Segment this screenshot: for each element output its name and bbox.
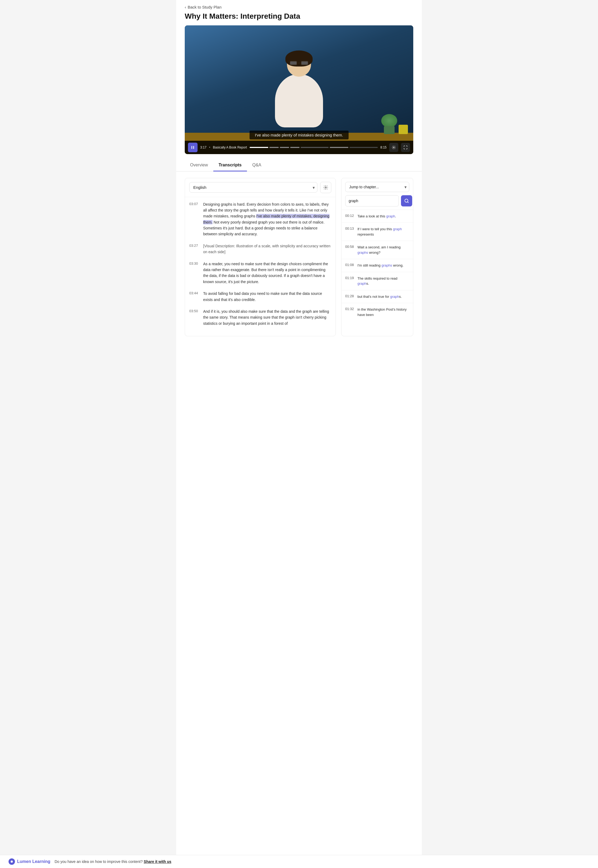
- search-button[interactable]: [401, 195, 412, 207]
- gear-icon: [323, 185, 328, 190]
- svg-rect-1: [193, 146, 194, 149]
- footer: Lumen Learning Do you have an idea on ho…: [0, 855, 598, 868]
- main-content: English Spanish French ▾ 03:07: [176, 171, 422, 343]
- entry-time: 03:44: [189, 290, 199, 302]
- entry-time: 03:50: [189, 308, 199, 326]
- back-chevron-icon: ‹: [185, 5, 186, 9]
- result-link[interactable]: graph: [390, 295, 399, 299]
- tab-qa[interactable]: Q&A: [247, 159, 267, 171]
- tab-transcripts[interactable]: Transcripts: [213, 159, 247, 171]
- result-time: 00:58: [345, 245, 354, 248]
- video-mug: [399, 125, 408, 134]
- video-player: I've also made plenty of mistakes design…: [185, 25, 413, 154]
- result-time: 01:08: [345, 263, 354, 267]
- lumen-brand-name: Lumen Learning: [17, 859, 50, 864]
- entry-text: And if it is, you should also make sure …: [203, 308, 331, 326]
- result-time: 01:32: [345, 307, 354, 311]
- entry-text: As a reader, you need to make sure that …: [203, 261, 331, 285]
- search-icon: [404, 198, 409, 203]
- search-row: [341, 192, 413, 210]
- entry-text-visual: [Visual Description: Illustration of a s…: [203, 243, 331, 255]
- transcript-entry: 03:07 Designing graphs is hard. Every de…: [189, 201, 331, 237]
- result-text: but that's not true for graphs.: [357, 294, 402, 299]
- track-title-label: Basically A Book Report: [213, 145, 247, 149]
- time-separator: •: [209, 145, 210, 149]
- search-result-item[interactable]: 01:08 I'm still reading graphs wrong.: [341, 259, 413, 272]
- transcript-entry: 03:30 As a reader, you need to make sure…: [189, 261, 331, 285]
- result-text: The skills required to read graphs.: [357, 276, 409, 286]
- pause-icon: [191, 145, 195, 150]
- transcript-panel: English Spanish French ▾ 03:07: [185, 178, 336, 336]
- svg-rect-0: [191, 146, 192, 149]
- transcript-entry: 03:50 And if it is, you should also make…: [189, 308, 331, 326]
- lumen-dot-icon: [9, 858, 15, 865]
- svg-point-3: [325, 187, 326, 188]
- entry-text: To avoid falling for bad data you need t…: [203, 290, 331, 302]
- result-text: Take a look at this graph.: [357, 214, 396, 219]
- gear-icon: [392, 145, 396, 150]
- chapter-select-wrapper: Jump to chapter... ▾: [341, 178, 413, 192]
- entry-time: 03:27: [189, 243, 199, 255]
- duration-label: 8:15: [380, 145, 387, 149]
- settings-video-button[interactable]: [389, 143, 398, 152]
- lumen-logo: Lumen Learning: [9, 858, 50, 865]
- language-select-wrapper: English Spanish French ▾: [189, 182, 317, 193]
- fullscreen-icon: [404, 145, 408, 150]
- video-plant: [381, 114, 397, 134]
- page-title: Why It Matters: Interpreting Data: [176, 12, 422, 25]
- tab-overview[interactable]: Overview: [185, 159, 213, 171]
- transcript-entry: 03:44 To avoid falling for bad data you …: [189, 290, 331, 302]
- result-link[interactable]: graph: [386, 214, 395, 218]
- search-result-item[interactable]: 01:19 The skills required to read graphs…: [341, 272, 413, 290]
- highlight-text: I've also made plenty of mistakes, desig…: [203, 214, 329, 224]
- footer-cta-text: Do you have an idea on how to improve th…: [54, 859, 589, 864]
- tabs-row: Overview Transcripts Q&A: [176, 159, 422, 171]
- search-input[interactable]: [345, 195, 399, 207]
- transcript-settings-button[interactable]: [320, 182, 331, 193]
- transcript-header: English Spanish French ▾: [185, 178, 336, 197]
- transcript-entries: 03:07 Designing graphs is hard. Every de…: [185, 197, 336, 336]
- search-result-item[interactable]: 00:58 Wait a second, am I reading graphs…: [341, 241, 413, 259]
- search-result-item[interactable]: 00:12 Take a look at this graph.: [341, 210, 413, 223]
- result-text: Wait a second, am I reading graphs wrong…: [357, 245, 409, 255]
- svg-point-2: [393, 147, 394, 148]
- video-thumbnail-person: [262, 52, 336, 138]
- result-time: 01:28: [345, 294, 354, 298]
- search-results: 00:12 Take a look at this graph. 00:13 I…: [341, 210, 413, 321]
- result-time: 00:12: [345, 214, 354, 218]
- result-link[interactable]: graphs: [357, 250, 368, 254]
- transcript-entry: 03:27 [Visual Description: Illustration …: [189, 243, 331, 255]
- search-panel: Jump to chapter... ▾ 00:12 Take a look a…: [341, 178, 413, 336]
- search-result-item[interactable]: 01:32 in the Washington Post's history h…: [341, 303, 413, 321]
- video-subtitle: I've also made plenty of mistakes design…: [250, 130, 349, 139]
- result-link[interactable]: graph: [357, 281, 366, 286]
- search-result-item[interactable]: 01:28 but that's not true for graphs.: [341, 290, 413, 303]
- current-time-label: 3:17: [200, 145, 206, 149]
- chapter-select[interactable]: Jump to chapter...: [345, 182, 409, 192]
- fullscreen-button[interactable]: [401, 143, 410, 152]
- back-nav-button[interactable]: ‹ Back to Study Plan: [176, 0, 422, 12]
- result-text: I'm still reading graphs wrong.: [357, 263, 404, 268]
- result-link[interactable]: graphs: [381, 263, 392, 267]
- pause-button[interactable]: [188, 143, 197, 152]
- result-time: 00:13: [345, 226, 354, 230]
- result-time: 01:19: [345, 276, 354, 280]
- search-result-item[interactable]: 00:13 If I were to tell you this graph r…: [341, 223, 413, 241]
- result-text: in the Washington Post's history have be…: [357, 307, 409, 317]
- entry-time: 03:30: [189, 261, 199, 285]
- svg-line-5: [407, 202, 408, 202]
- entry-text: Designing graphs is hard. Every decision…: [203, 201, 331, 237]
- language-select[interactable]: English Spanish French: [189, 182, 317, 193]
- entry-time: 03:07: [189, 201, 199, 237]
- result-link[interactable]: graph: [393, 227, 402, 231]
- back-nav-label: Back to Study Plan: [188, 5, 221, 9]
- progress-bar[interactable]: [250, 147, 378, 148]
- footer-cta-link[interactable]: Share it with us: [144, 859, 171, 864]
- result-text: If I were to tell you this graph represe…: [357, 226, 409, 237]
- video-controls-bar: 3:17 • Basically A Book Report 8:15: [185, 141, 413, 154]
